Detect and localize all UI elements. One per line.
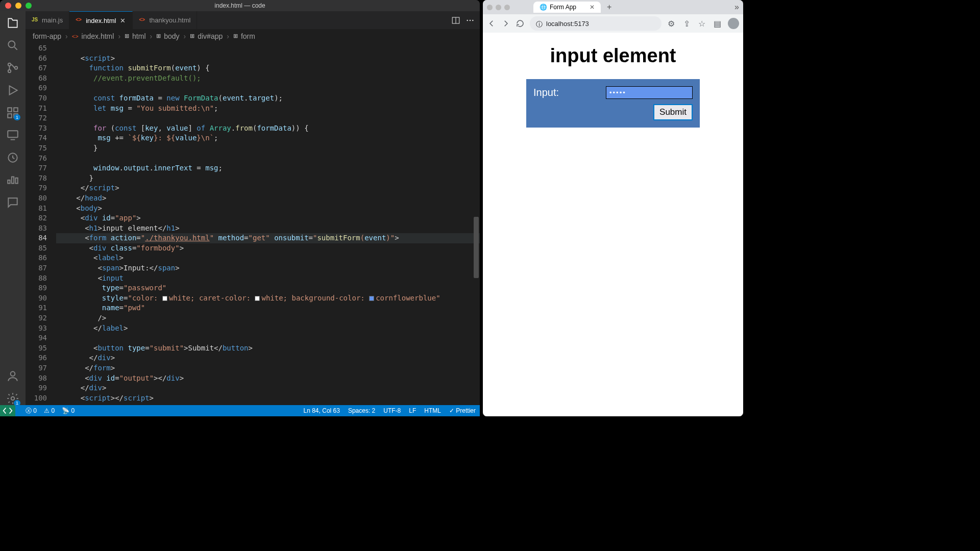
code-line[interactable]: <div id="output"></div> — [56, 373, 480, 384]
search-icon[interactable] — [6, 39, 19, 52]
code-line[interactable]: name="pwd" — [56, 303, 480, 313]
source-control-icon[interactable] — [6, 61, 19, 74]
code-line[interactable]: <div id="app"> — [56, 213, 480, 223]
code-line[interactable] — [56, 113, 480, 123]
breadcrumbs[interactable]: form-app›<>index.html›⊞html›⊞body›⊞div#a… — [26, 29, 480, 43]
address-bar[interactable]: ⓘ localhost:5173 — [530, 16, 662, 31]
editor-tab[interactable]: JSmain.js — [26, 11, 69, 29]
reading-list-icon[interactable]: ▤ — [713, 19, 722, 28]
code-line[interactable]: /> — [56, 313, 480, 323]
tab-close-icon[interactable]: ✕ — [119, 17, 126, 24]
editor-scrollbar[interactable] — [474, 43, 479, 405]
code-line[interactable]: } — [56, 173, 480, 184]
extensions-badge: 1 — [14, 114, 20, 120]
site-info-icon[interactable]: ⓘ — [536, 20, 543, 27]
browser-tab[interactable]: 🌐 Form App ✕ — [533, 2, 601, 13]
code-line[interactable] — [56, 43, 480, 54]
password-input[interactable] — [606, 86, 693, 99]
settings-gear-icon[interactable]: 1 — [6, 392, 19, 405]
bookmark-star-icon[interactable]: ☆ — [697, 19, 706, 28]
breadcrumb-item[interactable]: ⊞html — [125, 32, 145, 40]
code-line[interactable]: </form> — [56, 363, 480, 373]
breadcrumb-item[interactable]: form-app — [33, 32, 61, 40]
code-editor[interactable]: 6566676869707172737475767778798081828384… — [26, 43, 480, 405]
code-line[interactable]: <span>Input:</span> — [56, 263, 480, 273]
warnings-count[interactable]: ⚠ 0 — [44, 407, 55, 414]
testing-icon[interactable] — [6, 151, 19, 164]
code-line[interactable]: } — [56, 143, 480, 154]
indentation[interactable]: Spaces: 2 — [348, 407, 375, 414]
breadcrumb-item[interactable]: <>index.html — [72, 32, 114, 40]
expand-tabs-icon[interactable]: » — [734, 3, 739, 12]
more-actions-icon[interactable] — [465, 16, 475, 25]
code-line[interactable] — [56, 333, 480, 343]
code-line[interactable]: style="color: white; caret-color: white;… — [56, 293, 480, 304]
code-line[interactable]: </label> — [56, 323, 480, 334]
code-line[interactable] — [56, 83, 480, 93]
code-line[interactable]: const formData = new FormData(event.targ… — [56, 93, 480, 104]
code-line[interactable]: <label> — [56, 253, 480, 263]
code-line[interactable]: <input — [56, 273, 480, 284]
code-line[interactable]: <div class="formbody"> — [56, 243, 480, 254]
breadcrumb-item[interactable]: ⊞div#app — [190, 32, 223, 40]
tab-close-icon[interactable]: ✕ — [590, 4, 595, 11]
explorer-icon[interactable] — [6, 16, 19, 30]
editor-tab[interactable]: <>index.html✕ — [69, 11, 133, 29]
site-settings-icon[interactable]: ⚙ — [667, 19, 676, 28]
code-line[interactable]: <h1>input element</h1> — [56, 223, 480, 234]
scrollbar-thumb[interactable] — [474, 217, 479, 278]
code-line[interactable]: <form action="./thankyou.html" method="g… — [56, 233, 480, 243]
code-line[interactable]: window.output.innerText = msg; — [56, 163, 480, 173]
file-html-icon: <> — [139, 17, 146, 24]
errors-count[interactable]: ⓧ 0 — [26, 407, 37, 415]
file-html-icon: <> — [76, 17, 83, 24]
back-icon[interactable] — [487, 19, 496, 28]
tab-title: Form App — [550, 4, 576, 11]
cursor-position[interactable]: Ln 84, Col 63 — [304, 407, 340, 414]
breadcrumb-item[interactable]: ⊞body — [156, 32, 179, 40]
timeline-icon[interactable] — [6, 173, 19, 187]
code-line[interactable]: function submitForm(event) { — [56, 63, 480, 73]
comments-icon[interactable] — [6, 196, 19, 209]
breadcrumb-item[interactable]: ⊞form — [233, 32, 255, 40]
share-icon[interactable]: ⇪ — [682, 19, 691, 28]
code-line[interactable] — [56, 154, 480, 164]
profile-avatar-icon[interactable] — [728, 18, 739, 29]
ports-count[interactable]: 📡 0 — [62, 407, 75, 414]
code-content[interactable]: <script> function submitForm(event) { //… — [56, 43, 480, 405]
code-line[interactable]: for (const [key, value] of Array.from(fo… — [56, 123, 480, 134]
code-line[interactable]: </div> — [56, 353, 480, 363]
new-tab-icon[interactable]: + — [607, 3, 611, 12]
forward-icon[interactable] — [501, 19, 510, 28]
split-editor-icon[interactable] — [451, 16, 460, 25]
minimize-window-icon[interactable] — [496, 5, 501, 10]
language-mode[interactable]: HTML — [424, 407, 441, 414]
code-line[interactable]: let msg = "You submitted:\n"; — [56, 104, 480, 114]
code-line[interactable]: type="password" — [56, 283, 480, 293]
submit-button[interactable]: Submit — [653, 104, 693, 120]
code-line[interactable]: <button type="submit">Submit</button> — [56, 343, 480, 354]
code-line[interactable]: </head> — [56, 193, 480, 204]
remote-indicator-icon[interactable] — [0, 405, 15, 416]
code-line[interactable]: <body> — [56, 204, 480, 214]
extensions-icon[interactable]: 1 — [6, 106, 19, 119]
close-window-icon[interactable] — [5, 3, 11, 9]
accounts-icon[interactable] — [6, 369, 19, 383]
maximize-window-icon[interactable] — [504, 5, 510, 10]
remote-explorer-icon[interactable] — [6, 129, 19, 142]
encoding[interactable]: UTF-8 — [383, 407, 401, 414]
code-line[interactable]: <script></script> — [56, 393, 480, 404]
formatter[interactable]: ✓ Prettier — [449, 407, 476, 414]
minimize-window-icon[interactable] — [15, 3, 21, 9]
editor-tab[interactable]: <>thankyou.html — [133, 11, 197, 29]
maximize-window-icon[interactable] — [26, 3, 32, 9]
run-debug-icon[interactable] — [6, 84, 19, 97]
code-line[interactable]: </script> — [56, 183, 480, 193]
code-line[interactable]: //event.preventDefault(); — [56, 73, 480, 84]
eol[interactable]: LF — [409, 407, 416, 414]
code-line[interactable]: <script> — [56, 54, 480, 64]
code-line[interactable]: msg += `${key}: ${value}\n`; — [56, 133, 480, 143]
code-line[interactable]: </div> — [56, 383, 480, 393]
reload-icon[interactable] — [516, 19, 525, 28]
close-window-icon[interactable] — [487, 5, 493, 10]
